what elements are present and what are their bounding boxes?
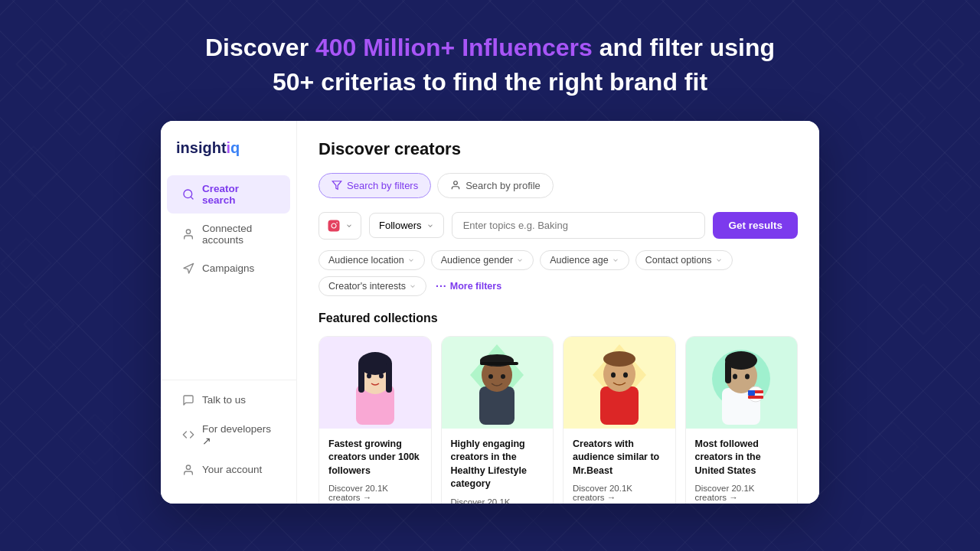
discover-link-3: Discover 20.1K creators → [573,484,666,502]
chat-icon [182,394,194,406]
more-filters-button[interactable]: ··· More filters [436,280,501,292]
svg-line-1 [191,197,193,199]
svg-point-2 [186,230,190,233]
sidebar-item-label-creator-search: Creator search [202,183,275,206]
card-body-3: Creators with audience similar to Mr.Bea… [564,429,675,504]
logo: insightiq [176,139,240,156]
sidebar-item-label-talk-to-us: Talk to us [202,394,246,406]
chevron-down-icon-5 [612,256,619,264]
svg-point-22 [501,374,505,379]
filter-row: Audience location Audience gender Audien… [318,250,798,296]
svg-rect-33 [725,360,731,383]
card-body-1: Fastest growing creators under 100k foll… [319,429,431,504]
page-title: Discover creators [318,139,798,159]
followers-select[interactable]: Followers [369,213,444,238]
user-icon [182,228,194,240]
filter-audience-age[interactable]: Audience age [540,250,629,270]
card-image-area-3 [564,337,675,429]
svg-point-34 [733,373,737,379]
card-image-area-2 [442,337,554,429]
sidebar-item-campaigns[interactable]: Campaigns [167,255,290,282]
card-body-2: Highly engaging creators in the Healthy … [442,429,554,504]
card-title-2: Highly engaging creators in the Healthy … [451,438,544,491]
filter-creators-interests[interactable]: Creator's interests [318,276,426,296]
hero-highlight: 400 Million+ Influencers [315,34,593,61]
collections-grid: Fastest growing creators under 100k foll… [318,336,798,504]
chevron-down-icon-7 [409,282,416,290]
instagram-icon [327,219,341,233]
svg-rect-16 [479,386,514,425]
card-image-area-4 [686,337,798,429]
discover-link-1: Discover 20.1K creators → [328,484,422,502]
card-title-1: Fastest growing creators under 100k foll… [328,438,422,478]
svg-rect-20 [480,362,518,365]
sidebar-item-label-your-account: Your account [202,464,262,475]
chevron-down-icon-3 [407,256,415,264]
sidebar-item-label-for-developers: For developers ↗ [202,423,275,447]
search-row: Followers Get results [318,212,798,240]
sidebar-bottom: Talk to us For developers ↗ Your account [161,380,296,491]
sidebar-item-connected-accounts[interactable]: Connected accounts [167,215,290,253]
svg-rect-12 [386,362,392,393]
followers-label: Followers [379,220,422,231]
filter-audience-location[interactable]: Audience location [318,250,425,270]
main-content: Discover creators Search by filters Sear… [297,121,819,504]
card-title-4: Most followed creators in the United Sta… [695,438,789,478]
hero-line2: 50+ criterias to find the right brand fi… [273,68,707,96]
chevron-down-icon-2 [426,222,434,230]
creator-avatar-1 [341,341,410,425]
tabs: Search by filters Search by profile [318,173,798,198]
collection-fastest-growing[interactable]: Fastest growing creators under 100k foll… [318,336,432,504]
discover-link-4: Discover 20.1K creators → [695,484,789,502]
profile-icon [450,180,461,191]
card-image-area-1 [319,337,431,429]
topic-input[interactable] [452,212,706,239]
svg-point-35 [745,373,750,379]
search-icon [182,188,194,201]
account-icon [182,464,194,476]
sidebar-item-label-connected-accounts: Connected accounts [202,223,275,246]
megaphone-icon [182,262,194,275]
svg-point-5 [454,181,458,185]
tab-search-by-profile[interactable]: Search by profile [437,173,554,198]
collection-mrbeast[interactable]: Creators with audience similar to Mr.Bea… [563,336,676,504]
svg-point-13 [367,373,371,378]
creator-avatar-4 [707,341,776,425]
sidebar-item-creator-search[interactable]: Creator search [167,175,290,214]
hero-line1-suffix: and filter using [593,34,775,61]
svg-rect-11 [358,362,364,393]
sidebar-item-talk-to-us[interactable]: Talk to us [167,386,290,414]
hero-section: Discover 400 Million+ Influencers and fi… [0,0,980,121]
svg-point-14 [379,373,384,378]
svg-point-26 [603,351,635,367]
sidebar-item-label-campaigns: Campaigns [202,262,254,274]
svg-rect-24 [600,386,639,425]
get-results-button[interactable]: Get results [713,212,798,239]
creator-avatar-2 [462,341,531,425]
svg-rect-6 [328,220,340,231]
svg-marker-4 [332,181,341,190]
sidebar-logo: insightiq [161,139,296,175]
sidebar-nav: Creator search Connected accounts Campai… [161,175,296,373]
chevron-down-icon-6 [715,256,723,264]
featured-title: Featured collections [318,311,798,325]
chevron-down-icon [345,222,353,230]
discover-link-2: Discover 20.1K creators → [451,497,544,504]
sidebar-item-your-account[interactable]: Your account [167,456,290,484]
svg-rect-40 [748,390,755,396]
sidebar: insightiq Creator search Connected accou… [161,121,297,504]
filter-contact-options[interactable]: Contact options [635,250,733,270]
svg-point-3 [186,465,190,469]
hero-line1-prefix: Discover [205,34,315,61]
collection-highly-engaging[interactable]: Highly engaging creators in the Healthy … [441,336,554,504]
platform-select[interactable] [318,212,361,240]
tab-search-by-filters[interactable]: Search by filters [318,173,431,198]
code-icon [182,429,194,441]
chevron-down-icon-4 [516,256,524,264]
collection-most-followed[interactable]: Most followed creators in the United Sta… [685,336,799,504]
filter-audience-gender[interactable]: Audience gender [431,250,534,270]
sidebar-item-for-developers[interactable]: For developers ↗ [167,416,290,455]
svg-rect-39 [748,396,763,399]
creator-avatar-3 [585,341,654,425]
svg-point-27 [611,372,616,377]
